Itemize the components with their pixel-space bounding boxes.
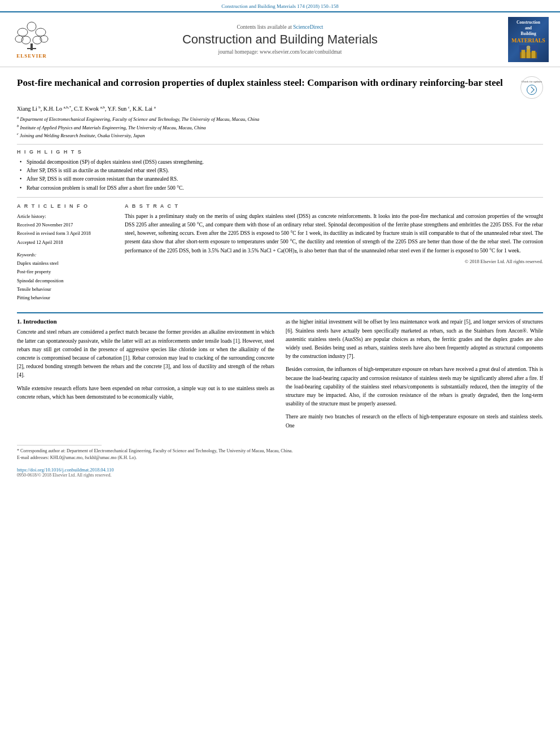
history-label: Article history: <box>17 212 116 221</box>
svg-rect-9 <box>27 48 36 49</box>
cbm-logo-materials: MATERIALS <box>511 37 545 43</box>
highlight-item: Rebar corrosion problem is small for DSS… <box>20 184 543 193</box>
article-history: Article history: Received 20 November 20… <box>17 212 116 247</box>
svg-rect-14 <box>532 51 536 58</box>
sciencedirect-link[interactable]: ScienceDirect <box>293 24 323 30</box>
journal-title-area: Contents lists available at ScienceDirec… <box>60 24 500 55</box>
keyword-item: Pitting behaviour <box>17 294 116 302</box>
svg-rect-8 <box>30 43 33 50</box>
highlight-item: After SP, DSS is still as ductile as the… <box>20 167 543 175</box>
introduction-title: 1. Introduction <box>17 318 274 325</box>
elsevier-logo: ELSEVIER <box>9 21 54 59</box>
keyword-item: Post-fire property <box>17 268 116 276</box>
affiliation-a: a Department of Electromechanical Engine… <box>17 115 543 123</box>
intro-para-2: While extensive research efforts have be… <box>17 385 274 401</box>
doi-link[interactable]: https://doi.org/10.1016/j.conbuildmat.20… <box>17 467 113 473</box>
keyword-item: Spinodal decomposition <box>17 277 116 285</box>
article-info-section: A R T I C L E I N F O Article history: R… <box>17 203 116 247</box>
cbm-logo: Construction and Building MATERIALS <box>506 17 551 62</box>
revised-date: Received in revised form 3 April 2018 <box>17 229 116 238</box>
page-container: Construction and Building Materials 174 … <box>0 0 560 747</box>
issn-line: 0950-0618/© 2018 Elsevier Ltd. All right… <box>0 473 560 478</box>
abstract-text: This paper is a preliminary study on the… <box>125 212 543 255</box>
highlights-section: H I G H L I G H T S Spinodal decompositi… <box>17 149 543 193</box>
body-right-col: as the higher initial investment will be… <box>286 318 543 434</box>
divider-2 <box>17 197 543 198</box>
check-updates-badge: Check for updates <box>520 76 543 99</box>
affiliations: a Department of Electromechanical Engine… <box>17 115 543 139</box>
body-two-col: 1. Introduction Concrete and steel rebar… <box>17 318 543 434</box>
article-info-abstract: A R T I C L E I N F O Article history: R… <box>17 203 543 303</box>
elsevier-tree-icon <box>15 21 49 52</box>
intro-para-4: Besides corrosion, the influences of hig… <box>286 365 543 408</box>
cbm-logo-box: Construction and Building MATERIALS <box>508 17 549 62</box>
highlight-item: After SP, DSS is still more corrosion re… <box>20 175 543 184</box>
journal-header: ELSEVIER Contents lists available at Sci… <box>0 11 560 67</box>
right-col: A B S T R A C T This paper is a prelimin… <box>125 203 543 303</box>
highlight-item: Spinodal decomposition (SP) of duplex st… <box>20 158 543 167</box>
left-col: A R T I C L E I N F O Article history: R… <box>17 203 116 303</box>
footnote: * Corresponding author at: Department of… <box>0 448 560 461</box>
cbm-logo-title: Construction and Building <box>517 20 540 36</box>
keyword-item: Duplex stainless steel <box>17 259 116 268</box>
doi-bar: Construction and Building Materials 174 … <box>0 0 560 11</box>
doi-footer: https://doi.org/10.1016/j.conbuildmat.20… <box>0 465 560 473</box>
intro-para-5: There are mainly two branches of researc… <box>286 413 543 430</box>
body-content: 1. Introduction Concrete and steel rebar… <box>0 318 560 440</box>
footnote-divider <box>17 445 102 445</box>
accepted-date: Accepted 12 April 2018 <box>17 238 116 247</box>
keywords-label: Keywords: <box>17 252 116 257</box>
keywords-section: Keywords: Duplex stainless steel Post-fi… <box>17 252 116 302</box>
check-updates-label: Check for updates <box>522 80 542 84</box>
svg-rect-13 <box>527 49 531 59</box>
abstract-label: A B S T R A C T <box>125 203 543 209</box>
affiliation-c: c Joining and Welding Research Institute… <box>17 131 543 139</box>
intro-para-1: Concrete and steel rebars are considered… <box>17 328 274 379</box>
keywords-list: Duplex stainless steel Post-fire propert… <box>17 259 116 302</box>
email-label: E-mail addresses: <box>17 455 49 460</box>
cbm-logo-image-icon <box>517 45 540 59</box>
highlights-list: Spinodal decomposition (SP) of duplex st… <box>17 158 543 193</box>
divider-1 <box>17 144 543 145</box>
copyright-line: © 2018 Elsevier Ltd. All rights reserved… <box>125 259 543 264</box>
contents-text: Contents lists available at <box>237 24 291 30</box>
affiliation-b: b Institute of Applied Physics and Mater… <box>17 123 543 132</box>
highlights-label: H I G H L I G H T S <box>17 149 543 155</box>
main-content: Post-fire mechanical and corrosion prope… <box>0 67 560 308</box>
corresponding-author: * Corresponding author at: Department of… <box>17 448 543 455</box>
footer-area: https://doi.org/10.1016/j.conbuildmat.20… <box>0 465 560 478</box>
svg-point-15 <box>527 46 531 50</box>
authors: Xiang Li b, K.H. Lo a,b,*, C.T. Kwok a,b… <box>17 105 543 112</box>
body-left-col: 1. Introduction Concrete and steel rebar… <box>17 318 274 434</box>
svg-rect-12 <box>522 50 526 59</box>
contents-line: Contents lists available at ScienceDirec… <box>60 24 500 30</box>
divider-thick <box>17 312 543 313</box>
elsevier-text: ELSEVIER <box>16 53 47 59</box>
journal-main-title: Construction and Building Materials <box>60 32 500 47</box>
intro-para-3: as the higher initial investment will be… <box>286 318 543 361</box>
keyword-item: Tensile behaviour <box>17 285 116 294</box>
article-info-label: A R T I C L E I N F O <box>17 203 116 209</box>
email-addresses: KHL0@umac.mo, fsckhl@umac.mo (K.H. Lo). <box>50 455 137 460</box>
doi-text: Construction and Building Materials 174 … <box>221 3 338 9</box>
received-date: Received 20 November 2017 <box>17 221 116 229</box>
journal-homepage: journal homepage: www.elsevier.com/locat… <box>60 49 500 55</box>
email-line: E-mail addresses: KHL0@umac.mo, fsckhl@u… <box>17 455 543 461</box>
article-title: Post-fire mechanical and corrosion prope… <box>17 76 515 90</box>
